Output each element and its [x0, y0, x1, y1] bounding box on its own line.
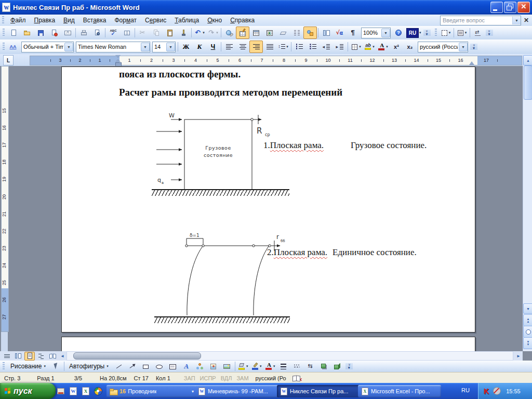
formula-button[interactable]: [333, 26, 347, 39]
taskbar-button[interactable]: 16Проводник▾: [107, 385, 197, 397]
spelling-button[interactable]: [107, 26, 120, 39]
select-objects-button[interactable]: [49, 360, 63, 373]
close-button[interactable]: [517, 2, 530, 13]
excel-quicklaunch-icon[interactable]: [81, 387, 90, 396]
scroll-right-button[interactable]: ►: [514, 352, 523, 360]
taskbar-button[interactable]: Миневрина- 99 -РАМ...: [195, 385, 279, 397]
hyperlink-button[interactable]: [222, 26, 236, 39]
align-props-button[interactable]: ▾: [455, 26, 469, 39]
browse-object-button[interactable]: [523, 326, 532, 338]
status-toggle-зам[interactable]: ЗАМ: [236, 375, 248, 381]
chevron-down-icon[interactable]: ▼: [512, 17, 521, 24]
align-center-button[interactable]: [236, 41, 249, 53]
draw-menu[interactable]: Рисование▾: [7, 359, 49, 374]
superscript-button[interactable]: x²: [390, 41, 403, 53]
eraser-button[interactable]: [276, 26, 290, 39]
spellcheck-status-icon[interactable]: ✕: [292, 375, 301, 381]
insert-excel-button[interactable]: [263, 26, 276, 39]
start-button[interactable]: пуск: [0, 383, 56, 399]
rectangle-button[interactable]: [139, 360, 153, 373]
chevron-down-icon[interactable]: ▼: [141, 43, 150, 51]
picture-button[interactable]: [220, 360, 234, 373]
paste-button[interactable]: [163, 26, 177, 39]
minimize-button[interactable]: [490, 2, 503, 13]
table-properties-button[interactable]: ▾: [439, 26, 453, 39]
font-color-button[interactable]: ▾: [376, 41, 390, 53]
menu-item-справка[interactable]: Справка: [226, 15, 259, 25]
ask-question-input[interactable]: Введите вопрос ▼: [440, 16, 521, 25]
status-toggle-зап[interactable]: ЗАП: [184, 375, 195, 381]
font-color-2-button[interactable]: ▾: [263, 360, 277, 373]
threed-style-button[interactable]: [331, 360, 344, 373]
font-combo[interactable]: Times New Roman▼: [76, 42, 150, 52]
subscript-button[interactable]: x₂: [403, 41, 417, 53]
oval-button[interactable]: [153, 360, 166, 373]
document-page-next[interactable]: [61, 337, 475, 351]
taskbar-language-indicator[interactable]: RU: [461, 387, 470, 393]
zoom-combo[interactable]: 100%▼: [361, 28, 391, 38]
copy-button[interactable]: [150, 26, 163, 39]
size-combo[interactable]: 14▼: [152, 42, 176, 52]
shadow-style-button[interactable]: [317, 360, 331, 373]
clip-art-button[interactable]: [207, 360, 220, 373]
autoshapes-menu[interactable]: Автофигуры▾: [65, 359, 112, 374]
bold-button[interactable]: Ж: [179, 41, 193, 53]
chevron-down-icon[interactable]: ▼: [381, 29, 390, 37]
indent-button[interactable]: [333, 41, 347, 53]
borders-button[interactable]: ▾: [349, 41, 363, 53]
insert-table-button[interactable]: [249, 26, 263, 39]
word-quicklaunch-icon[interactable]: [69, 387, 78, 396]
lang-badge[interactable]: RU▾: [405, 26, 422, 39]
format-painter-button[interactable]: [177, 26, 190, 39]
print-preview-button[interactable]: [90, 26, 104, 39]
vertical-ruler[interactable]: 15161718192021222324252627: [1, 66, 8, 351]
vertical-scroll-thumb[interactable]: [524, 65, 532, 100]
drawing-button[interactable]: [303, 26, 317, 39]
text-box-button[interactable]: [166, 360, 180, 373]
styles-and-formatting-button[interactable]: [7, 41, 20, 53]
columns-button[interactable]: [290, 26, 303, 39]
horizontal-ruler[interactable]: 3211234567891011121314151617: [30, 56, 522, 65]
scroll-up-button[interactable]: ▲: [523, 55, 532, 65]
cut-button[interactable]: [136, 26, 150, 39]
line-button[interactable]: [112, 360, 126, 373]
language-combo[interactable]: русский (Росси▼: [418, 42, 468, 52]
mail-button[interactable]: [61, 26, 74, 39]
tables-borders-button[interactable]: [236, 26, 249, 39]
previous-page-button[interactable]: ▲▲: [523, 314, 532, 326]
undo-button[interactable]: ▾: [193, 26, 206, 39]
redo-button[interactable]: ▾: [206, 26, 220, 39]
menu-item-таблица[interactable]: Таблица: [170, 15, 203, 25]
taskbar-button[interactable]: Никлес Связи Пр ра...: [277, 385, 360, 397]
tab-selector[interactable]: L: [3, 55, 14, 65]
highlight-button[interactable]: ▾: [363, 41, 376, 53]
menu-item-вид[interactable]: Вид: [59, 15, 79, 25]
save-button[interactable]: [34, 26, 47, 39]
pilcrow-button[interactable]: [347, 26, 360, 39]
taskbar-button[interactable]: Microsoft Excel - Про...: [358, 385, 441, 397]
bullet-list-button[interactable]: [306, 41, 320, 53]
chevron-down-icon[interactable]: ▼: [459, 43, 468, 51]
restore-button[interactable]: [504, 2, 516, 13]
right-indent-marker[interactable]: [469, 61, 474, 65]
diagram-button[interactable]: [193, 360, 207, 373]
document-map-button[interactable]: [320, 26, 333, 39]
new-document-button[interactable]: [7, 26, 20, 39]
vertical-scrollbar[interactable]: ▲ ▼ ▲▲ ▼▼: [523, 55, 532, 351]
numbered-list-button[interactable]: [292, 41, 306, 53]
menu-item-окно[interactable]: Окно: [203, 15, 226, 25]
chevron-down-icon[interactable]: ▼: [64, 43, 73, 51]
next-page-button[interactable]: ▼▼: [523, 337, 532, 349]
help-button[interactable]: [392, 26, 405, 39]
chevron-down-icon[interactable]: ▼: [166, 43, 175, 51]
arrow-button[interactable]: [126, 360, 139, 373]
dash-style-button[interactable]: [290, 360, 304, 373]
menu-item-правка[interactable]: Правка: [30, 15, 60, 25]
permission-button[interactable]: [47, 26, 61, 39]
italic-button[interactable]: К: [193, 41, 206, 53]
arrow-style-button[interactable]: [304, 360, 317, 373]
open-button[interactable]: [20, 26, 34, 39]
line-spacing-button[interactable]: ▾: [276, 41, 290, 53]
menu-item-файл[interactable]: Файл: [6, 15, 30, 25]
kaspersky-tray-icon[interactable]: K: [484, 387, 489, 395]
